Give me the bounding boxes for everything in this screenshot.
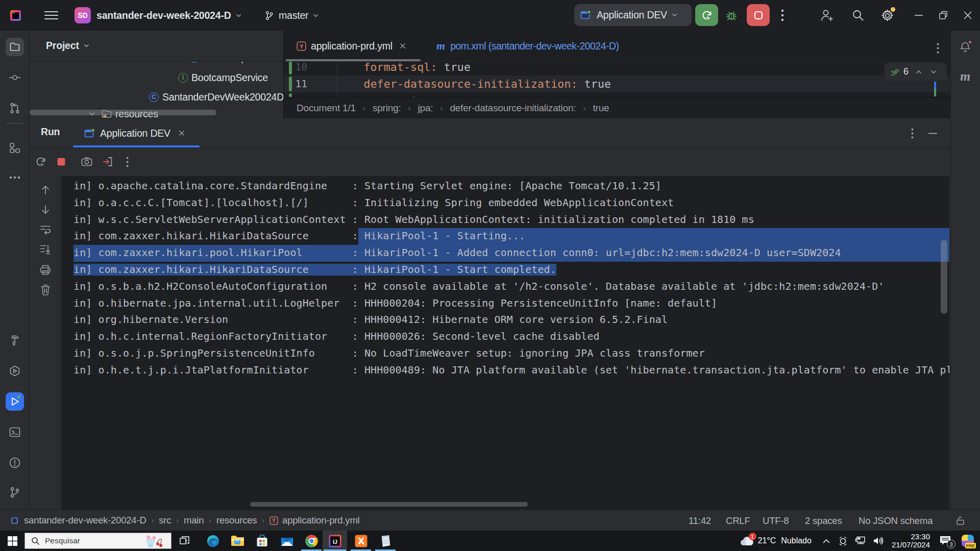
console-line: in] o.h.c.internal.RegionFactoryInitiato… [61,329,949,345]
path-segment[interactable]: resources [216,515,257,526]
next-problem-icon[interactable] [930,68,937,76]
sidebar-item-terminal[interactable] [6,423,24,441]
task-view-button[interactable] [176,531,193,551]
sidebar-more-tool-windows[interactable] [6,168,24,187]
branch-selector[interactable]: master [264,0,319,31]
code-with-me-button[interactable] [820,0,834,31]
tab-pom-xml[interactable]: m pom.xml (santander-dev-week-20024-D) [428,31,627,61]
start-button[interactable] [0,531,24,551]
sidebar-item-structure[interactable] [6,139,24,157]
tray-screen-cast-icon[interactable] [838,536,848,546]
rerun-button[interactable] [695,4,718,26]
weather-description[interactable]: Nublado [781,536,812,545]
project-hscrollbar[interactable] [30,110,216,115]
settings-button[interactable] [880,0,894,31]
console-output[interactable]: in] o.apache.catalina.core.StandardEngin… [61,176,949,510]
minimize-window-button[interactable] [914,0,924,31]
taskbar-app-explorer[interactable] [226,531,249,551]
status-widget-indent[interactable]: 2 spaces [805,510,842,531]
notifications-button[interactable] [956,38,974,56]
taskbar-app-xampp[interactable] [350,531,372,551]
status-file-name[interactable]: application-prd.yml [282,515,359,526]
scroll-to-end-button[interactable] [39,243,52,256]
taskbar-app-mail[interactable] [276,531,298,551]
inspection-widget[interactable]: 6 [885,63,947,81]
hide-tool-window-button[interactable] [928,133,937,134]
sidebar-item-run[interactable] [6,392,24,411]
clock-widget[interactable]: 23:30 21/07/2024 [892,533,930,549]
sidebar-item-commit[interactable] [6,68,24,87]
down-stacktrace-button[interactable] [39,203,52,216]
tab-application-prd-yml[interactable]: Y application-prd.yml [284,31,422,61]
main-menu-icon[interactable] [44,0,58,31]
tray-m365-app[interactable]: PRE [962,535,974,547]
sidebar-item-pull-requests[interactable] [6,99,24,117]
restore-window-button[interactable] [938,0,948,31]
status-widget-schema[interactable]: No JSON schema [859,510,933,531]
action-center-button[interactable]: 3 [939,535,951,546]
thread-dump-button[interactable] [80,155,93,168]
soft-wrap-button[interactable] [39,223,52,236]
tree-item-bootcampserviceimpl[interactable]: CBootcampServiceImpl [30,62,283,67]
status-widget-line-separator[interactable]: CRLF [726,510,750,531]
project-avatar[interactable]: SD [75,0,91,31]
sidebar-item-maven[interactable]: m [956,67,974,86]
weather-widget[interactable]: 1 [740,536,754,546]
project-selector[interactable]: santander-dev-week-20024-D [96,0,242,31]
taskbar-app-store[interactable] [251,531,273,551]
project-panel-header[interactable]: Project [30,31,283,61]
editor-line-11[interactable]: 11 defer-datasource-initialization: true [284,76,950,92]
more-actions-button[interactable] [781,0,784,31]
weather-temperature[interactable]: 21°C [758,536,776,545]
prev-problem-icon[interactable] [915,68,922,76]
run-panel-options[interactable] [911,128,914,139]
sidebar-item-build[interactable] [6,331,24,349]
tab-list-menu[interactable] [937,43,939,54]
up-stacktrace-button[interactable] [39,183,52,196]
status-bar: santander-dev-week-20024-D›src›main›reso… [0,510,980,531]
taskbar-search[interactable]: Pesquisar [24,533,172,549]
close-tab-icon[interactable] [399,42,406,49]
breadcrumb-item[interactable]: defer-datasource-initialization: [450,103,576,114]
stop-button[interactable] [55,155,68,168]
taskbar-app-chrome[interactable] [300,531,323,551]
breadcrumb-item[interactable]: jpa: [418,103,433,114]
status-widget-line-col[interactable]: 11:42 [689,510,711,531]
close-window-button[interactable] [963,0,973,31]
breadcrumb-item[interactable]: spring: [373,103,401,114]
taskbar-app-notepad[interactable] [374,531,397,551]
print-button[interactable] [39,263,52,277]
sidebar-item-project[interactable] [6,38,24,56]
exit-process-button[interactable] [101,155,114,168]
status-file-path[interactable]: santander-dev-week-20024-D›src›main›reso… [24,515,360,526]
clear-console-button[interactable] [39,283,52,296]
path-segment[interactable]: santander-dev-week-20024-D [24,515,146,526]
lock-icon[interactable] [955,516,965,525]
path-segment[interactable]: src [159,515,171,526]
tray-network-icon[interactable] [855,536,866,545]
taskbar-app-intellij[interactable]: IJ [323,531,347,551]
project-avatar-label: SD [75,7,91,23]
run-configuration-widget[interactable]: Application DEV [574,4,692,26]
path-segment[interactable]: main [184,515,204,526]
tree-item-santanderdevweek20024dapplication[interactable]: CSantanderDevWeek20024DApplication [30,88,283,106]
run-tab-application-dev[interactable]: Application DEV [73,118,197,148]
breadcrumb-item[interactable]: Document 1/1 [297,103,356,114]
breadcrumb-item[interactable]: true [593,103,609,114]
sidebar-item-version-control[interactable] [6,483,24,502]
stop-button[interactable] [747,4,770,26]
rerun-button[interactable] [34,155,47,168]
debug-button[interactable] [725,0,738,31]
sidebar-item-problems[interactable] [6,454,24,472]
close-tab-icon[interactable] [178,130,185,137]
console-hscrollbar[interactable] [250,502,528,507]
tree-item-bootcampservice[interactable]: IBootcampService [30,68,283,87]
tray-volume-icon[interactable] [873,536,884,545]
taskbar-app-edge[interactable] [202,531,224,551]
search-everywhere-button[interactable] [851,0,865,31]
show-hidden-icons-button[interactable] [823,539,830,543]
console-vscrollbar[interactable] [941,240,947,314]
status-widget-encoding[interactable]: UTF-8 [763,510,789,531]
sidebar-item-services[interactable] [6,362,24,380]
run-toolbar-more[interactable] [120,155,134,168]
